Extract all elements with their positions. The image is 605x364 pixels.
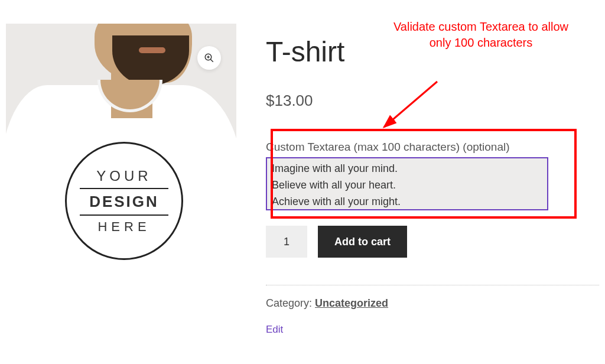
logo-line-your: YOUR [96, 168, 151, 184]
quantity-input[interactable] [266, 226, 307, 258]
product-price: $13.00 [266, 92, 599, 110]
edit-link[interactable]: Edit [266, 324, 283, 336]
logo-line-here: HERE [97, 219, 150, 235]
category-link[interactable]: Uncategorized [315, 297, 388, 309]
custom-textarea-label: Custom Textarea (max 100 characters) (op… [266, 141, 599, 154]
custom-textarea-input[interactable] [266, 157, 548, 210]
logo-line-design: DESIGN [80, 188, 168, 216]
annotation-text: Validate custom Textarea to allow only 1… [383, 19, 578, 51]
tshirt-logo: YOUR DESIGN HERE [65, 142, 183, 260]
product-summary: T-shirt $13.00 Custom Textarea (max 100 … [266, 24, 599, 349]
product-meta: Category: Uncategorized [266, 297, 599, 310]
zoom-button[interactable] [197, 46, 221, 70]
divider [266, 285, 599, 285]
category-label: Category: [266, 297, 315, 309]
add-to-cart-button[interactable]: Add to cart [318, 226, 407, 258]
product-gallery: YOUR DESIGN HERE [6, 24, 236, 349]
product-image[interactable]: YOUR DESIGN HERE [6, 24, 236, 349]
zoom-icon [204, 53, 214, 63]
product-page: YOUR DESIGN HERE T-shirt $13.00 Custom T… [0, 0, 605, 355]
svg-line-1 [210, 59, 213, 62]
